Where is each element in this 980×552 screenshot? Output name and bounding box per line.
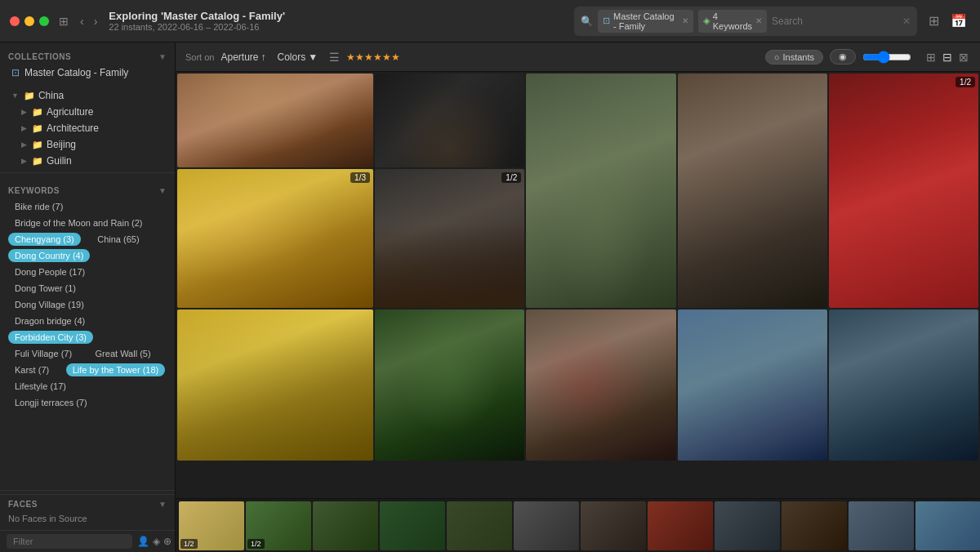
- grid-medium-view-button[interactable]: ⊟: [941, 49, 954, 65]
- keyword-lifestyle[interactable]: Lifestyle (17): [8, 380, 73, 393]
- photo-cell[interactable]: [375, 73, 524, 167]
- photo-cell[interactable]: [829, 309, 978, 461]
- slider-area: [862, 51, 911, 64]
- photo-cell[interactable]: 1/3: [177, 169, 373, 308]
- filmstrip-cell[interactable]: [715, 501, 780, 550]
- filmstrip-cell[interactable]: [380, 501, 445, 550]
- keyword-life-by-tower[interactable]: Life by the Tower (18): [66, 363, 166, 376]
- filmstrip-cell[interactable]: [313, 501, 378, 550]
- keyword-bike-ride[interactable]: Bike ride (7): [8, 200, 69, 213]
- keyword-dong-country[interactable]: Dong Country (4): [8, 249, 90, 262]
- keyword-chengyang[interactable]: Chengyang (3): [8, 233, 81, 246]
- tree-item-guilin[interactable]: ▶ 📁 Guilin: [0, 153, 175, 169]
- grid-view-button[interactable]: ⊞: [925, 11, 942, 30]
- faces-header[interactable]: FACES ▼: [8, 500, 167, 509]
- tree-expand-icon: ▼: [11, 91, 19, 100]
- catalog-icon: ⊡: [11, 67, 20, 78]
- tree-item-agriculture[interactable]: ▶ 📁 Agriculture: [0, 104, 175, 120]
- tree-item-beijing[interactable]: ▶ 📁 Beijing: [0, 136, 175, 153]
- collections-header[interactable]: COLLECTIONS ▼: [0, 49, 175, 65]
- remove-catalog-tag[interactable]: ✕: [682, 16, 688, 25]
- filter-input[interactable]: [7, 534, 132, 549]
- close-button[interactable]: [10, 16, 20, 26]
- tree-section: ▼ 📁 China ▶ 📁 Agriculture ▶ 📁 Architectu…: [0, 87, 175, 169]
- search-input[interactable]: [772, 16, 894, 27]
- photo-cell[interactable]: [375, 309, 524, 461]
- photo-cell[interactable]: [678, 309, 827, 461]
- tree-collapsed-icon: ▶: [21, 124, 27, 132]
- filter-person-icon[interactable]: 👤: [137, 536, 149, 547]
- filmstrip-cell[interactable]: [514, 501, 579, 550]
- keyword-great-wall[interactable]: Great Wall (5): [89, 347, 158, 360]
- zoom-slider[interactable]: [862, 51, 911, 64]
- filmstrip-cell[interactable]: 1/2: [246, 501, 311, 550]
- filter-tag-icon[interactable]: ◈: [153, 536, 160, 547]
- search-tag-catalog[interactable]: ⊡ Master Catalog - Family ✕: [598, 10, 693, 33]
- maximize-button[interactable]: [39, 16, 49, 26]
- remove-keywords-tag[interactable]: ✕: [755, 16, 762, 25]
- filmstrip-cell[interactable]: [782, 501, 847, 550]
- filmstrip-cell[interactable]: 1/2: [179, 501, 244, 550]
- filmstrip-cell[interactable]: [915, 501, 980, 550]
- photo-cell[interactable]: 1/2: [829, 73, 978, 308]
- tree-label-agriculture: Agriculture: [47, 106, 93, 118]
- sort-aperture-button[interactable]: Aperture ↑: [220, 51, 265, 63]
- keyword-longji[interactable]: Longji terraces (7): [8, 396, 94, 409]
- minimize-button[interactable]: [24, 16, 34, 26]
- keyword-forbidden-city[interactable]: Forbidden City (3): [8, 331, 93, 344]
- keywords-header[interactable]: KEYWORDS ▼: [0, 183, 175, 198]
- keywords-arrow-icon: ▼: [158, 186, 167, 195]
- faces-label: FACES: [8, 500, 38, 509]
- collection-master-catalog[interactable]: ⊡ Master Catalog - Family: [0, 65, 175, 81]
- photo-stack-badge: 1/3: [350, 172, 370, 183]
- keyword-fuli-village[interactable]: Fuli Village (7): [8, 347, 78, 360]
- keyword-bridge[interactable]: Bridge of the Moon and Rain (2): [8, 216, 149, 229]
- folder-icon: 📁: [32, 123, 43, 134]
- keyword-dragon-bridge[interactable]: Dragon bridge (4): [8, 314, 91, 327]
- filter-bar: 👤 ◈ ⊕: [0, 530, 175, 552]
- colors-button[interactable]: Colors ▼: [273, 50, 323, 65]
- keywords-section: KEYWORDS ▼ Bike ride (7) Bridge of the M…: [0, 176, 175, 487]
- filmstrip-cell[interactable]: [447, 501, 512, 550]
- filmstrip-cell[interactable]: [849, 501, 914, 550]
- tree-item-china[interactable]: ▼ 📁 China: [0, 87, 175, 104]
- calendar-view-button[interactable]: 📅: [947, 11, 970, 30]
- tree-collapsed-icon: ▶: [21, 157, 27, 165]
- grid-large-view-button[interactable]: ⊠: [957, 49, 970, 65]
- photo-cell[interactable]: [526, 309, 675, 461]
- sort-on-label: Sort on: [185, 52, 214, 62]
- instants-label: Instants: [782, 52, 814, 62]
- search-tag-keywords[interactable]: ◈ 4 Keywords ✕: [698, 10, 767, 33]
- back-button[interactable]: ‹: [77, 13, 87, 29]
- grid-small-view-button[interactable]: ⊞: [924, 49, 938, 65]
- sidebar-toggle-button[interactable]: ⊞: [59, 15, 69, 28]
- stars-rating[interactable]: ★★★★★★: [346, 51, 400, 63]
- photo-cell[interactable]: [526, 73, 675, 308]
- tag-icon: ◈: [703, 16, 710, 26]
- filmstrip: 1/2 1/2: [176, 498, 980, 552]
- forward-button[interactable]: ›: [91, 13, 101, 29]
- photo-grid: 1/2 1/3 1/2: [176, 72, 980, 498]
- search-area: 🔍 ⊡ Master Catalog - Family ✕ ◈ 4 Keywor…: [574, 7, 917, 36]
- keyword-karst[interactable]: Karst (7): [8, 363, 56, 376]
- keyword-dong-tower[interactable]: Dong Tower (1): [8, 282, 82, 295]
- instants-button[interactable]: ○ Instants: [765, 50, 823, 65]
- photo-cell[interactable]: 1/2: [375, 169, 524, 308]
- photo-cell[interactable]: [678, 73, 827, 308]
- photo-cell[interactable]: [177, 73, 373, 167]
- tree-item-architecture[interactable]: ▶ 📁 Architecture: [0, 120, 175, 136]
- list-icon: ☰: [329, 51, 340, 64]
- filmstrip-cell[interactable]: [581, 501, 646, 550]
- filter-settings-icon[interactable]: ⊕: [163, 536, 172, 547]
- catalog-icon: ⊡: [603, 16, 610, 26]
- keyword-dong-people[interactable]: Dong People (17): [8, 265, 91, 278]
- folder-icon: 📁: [32, 107, 43, 118]
- search-clear-button[interactable]: ✕: [902, 16, 911, 27]
- photo-stack-badge: 1/2: [501, 172, 521, 183]
- keyword-china[interactable]: China (65): [91, 233, 145, 246]
- filmstrip-cell[interactable]: [648, 501, 713, 550]
- instants-alt-button[interactable]: ◉: [830, 49, 856, 65]
- photo-cell[interactable]: [177, 309, 373, 461]
- keyword-dong-village[interactable]: Dong Village (19): [8, 298, 91, 311]
- view-toggles: ⊞ 📅: [925, 11, 970, 30]
